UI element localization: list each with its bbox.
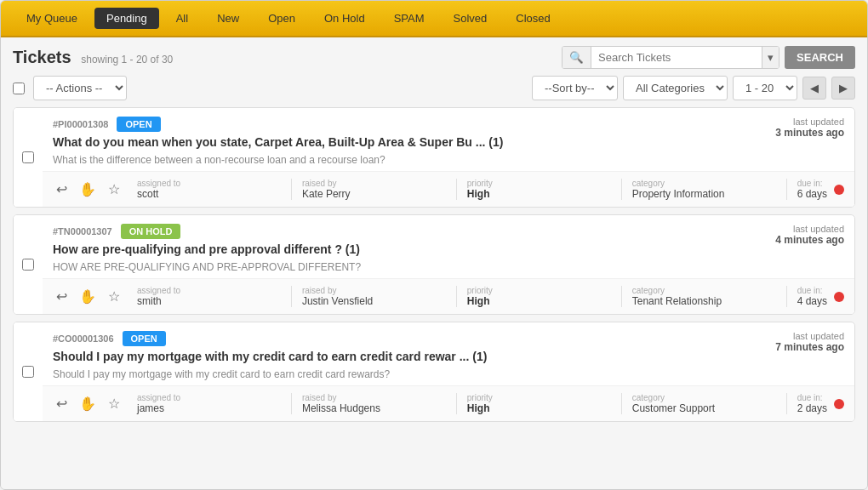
app-container: My QueuePendingAllNewOpenOn HoldSPAMSolv… [0,0,868,490]
ticket-excerpt: What is the difference between a non-rec… [53,154,734,166]
top-nav: My QueuePendingAllNewOpenOn HoldSPAMSolv… [1,1,867,37]
ticket-checkbox[interactable] [22,366,34,378]
raised-value: Justin Vensfield [302,295,446,307]
actions-select[interactable]: -- Actions -- [33,76,127,100]
star-button[interactable]: ☆ [105,287,123,306]
ticket-card: #TN00001307 ON HOLD How are pre-qualifyi… [13,214,855,315]
nav-tab-closed[interactable]: Closed [504,8,562,29]
prev-page-button[interactable]: ◀ [802,77,826,100]
nav-tab-spam[interactable]: SPAM [382,8,437,29]
tickets-title-group: Tickets showing 1 - 20 of 30 [13,48,173,67]
assigned-value: james [137,402,281,414]
due-value: 2 days [797,402,827,414]
last-updated-label: last updated [734,331,844,341]
nav-tab-my-queue[interactable]: My Queue [14,8,89,29]
ticket-top-left: #TN00001307 ON HOLD How are pre-qualifyi… [53,224,734,273]
reply-button[interactable]: ↩ [53,287,71,306]
last-updated-time: 4 minutes ago [734,234,844,246]
due-text: due in: 4 days [797,286,827,307]
category-field: category Tenant Relationship [621,286,786,307]
assign-button[interactable]: ✋ [76,394,100,413]
priority-value: High [467,402,611,414]
priority-field: priority High [456,179,621,200]
search-dropdown-button[interactable]: ▾ [762,47,779,68]
last-updated-time: 7 minutes ago [734,341,844,353]
raised-field: raised by Kate Perry [291,179,456,200]
ticket-top: #PI00001308 OPEN What do you mean when y… [43,108,854,172]
reply-button[interactable]: ↩ [53,179,71,199]
reply-button[interactable]: ↩ [53,394,71,413]
priority-label: priority [467,179,611,188]
meta-fields: assigned to james raised by Melissa Hudg… [137,393,844,414]
priority-value: High [467,188,611,200]
page-select[interactable]: 1 - 20 [733,76,797,100]
toolbar-left: -- Actions -- [13,76,127,100]
search-input[interactable] [591,47,762,68]
category-value: Customer Support [632,402,776,414]
last-updated-time: 3 minutes ago [734,127,844,139]
ticket-checkbox[interactable] [22,259,34,271]
raised-label: raised by [302,179,446,188]
assigned-label: assigned to [137,179,281,188]
ticket-checkbox[interactable] [22,151,34,163]
assigned-field: assigned to smith [137,286,291,307]
search-button[interactable]: SEARCH [785,46,855,69]
raised-field: raised by Justin Vensfield [291,286,456,307]
ticket-action-icons: ↩ ✋ ☆ [53,394,123,413]
assigned-label: assigned to [137,393,281,402]
ticket-checkbox-col [14,215,43,314]
content-area: Tickets showing 1 - 20 of 30 🔍 ▾ SEARCH … [1,37,867,489]
priority-field: priority High [456,393,621,414]
category-value: Property Information [632,188,776,200]
ticket-id: #TN00001307 [53,226,112,236]
sort-select[interactable]: --Sort by-- [532,76,618,100]
assign-button[interactable]: ✋ [76,287,100,306]
nav-tab-new[interactable]: New [205,8,251,29]
ticket-id: #CO00001306 [53,333,114,344]
nav-tab-all[interactable]: All [164,8,200,29]
star-button[interactable]: ☆ [105,179,123,199]
ticket-main: #PI00001308 OPEN What do you mean when y… [43,108,854,207]
star-button[interactable]: ☆ [105,394,123,413]
ticket-id-status: #CO00001306 OPEN [53,331,734,346]
status-badge: OPEN [123,331,166,346]
ticket-excerpt: HOW ARE PRE-QUALIFYING AND PRE-APPROVAL … [53,261,734,273]
red-dot-indicator [834,399,844,409]
raised-value: Kate Perry [302,188,446,200]
meta-fields: assigned to scott raised by Kate Perry p… [137,179,844,200]
assigned-field: assigned to scott [137,179,291,200]
tickets-count: showing 1 - 20 of 30 [81,54,173,66]
category-select[interactable]: All Categories [623,76,728,100]
search-icon-button[interactable]: 🔍 [562,47,591,68]
ticket-top-left: #CO00001306 OPEN Should I pay my mortgag… [53,331,734,380]
ticket-id-status: #TN00001307 ON HOLD [53,224,734,239]
ticket-id: #PI00001308 [53,119,108,129]
ticket-top-right: last updated 4 minutes ago [734,224,844,246]
due-text: due in: 6 days [797,179,827,200]
raised-label: raised by [302,393,446,402]
nav-tab-pending[interactable]: Pending [94,8,159,29]
ticket-top-left: #PI00001308 OPEN What do you mean when y… [53,117,734,166]
assign-button[interactable]: ✋ [76,179,100,199]
ticket-bottom: ↩ ✋ ☆ assigned to smith raised by Justin… [43,279,854,314]
select-all-checkbox[interactable] [13,83,25,94]
ticket-top-right: last updated 3 minutes ago [734,117,844,139]
raised-value: Melissa Hudgens [302,402,446,414]
nav-tab-solved[interactable]: Solved [442,8,500,29]
priority-value: High [467,295,611,307]
ticket-card: #PI00001308 OPEN What do you mean when y… [13,107,855,208]
priority-label: priority [467,286,611,295]
due-text: due in: 2 days [797,393,827,414]
red-dot-indicator [834,292,844,302]
nav-tab-on-hold[interactable]: On Hold [312,8,377,29]
due-value: 6 days [797,188,827,200]
ticket-card: #CO00001306 OPEN Should I pay my mortgag… [13,322,855,422]
status-badge: ON HOLD [121,224,181,239]
toolbar-right: --Sort by-- All Categories 1 - 20 ◀ ▶ [532,76,855,100]
ticket-action-icons: ↩ ✋ ☆ [53,179,123,199]
ticket-top: #TN00001307 ON HOLD How are pre-qualifyi… [43,215,854,279]
next-page-button[interactable]: ▶ [831,77,855,100]
nav-tab-open[interactable]: Open [256,8,307,29]
ticket-action-icons: ↩ ✋ ☆ [53,287,123,306]
assigned-field: assigned to james [137,393,291,414]
